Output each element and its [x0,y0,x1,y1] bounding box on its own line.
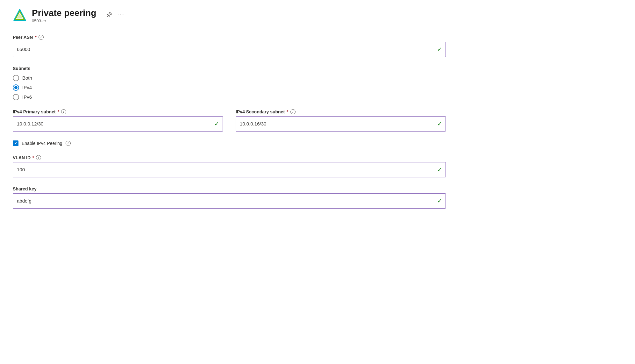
vlan-id-field-group: VLAN ID * i ✓ [13,155,446,177]
peer-asn-required: * [35,35,36,40]
ipv4-primary-info-icon[interactable]: i [61,109,66,114]
subnets-section: Subnets Both IPv4 IPv6 [13,66,446,100]
ipv4-primary-required: * [58,109,59,114]
page-header: Private peering 0503-er ··· [13,8,622,23]
subnet-both-label: Both [22,75,32,81]
shared-key-field-group: Shared key ✓ [13,186,446,209]
vlan-id-label: VLAN ID * i [13,155,446,160]
subnet-option-both[interactable]: Both [13,75,446,81]
title-block: Private peering 0503-er [32,8,96,23]
ipv4-secondary-field-group: IPv4 Secondary subnet * i ✓ [236,109,446,132]
ipv4-secondary-input-wrapper: ✓ [236,116,446,132]
ipv4-primary-input-wrapper: ✓ [13,116,223,132]
ipv4-primary-subnet-input[interactable] [13,116,223,132]
form-section: Peer ASN * i ✓ Subnets Both IPv4 IPv6 [13,35,446,209]
peer-asn-info-icon[interactable]: i [39,35,44,40]
page-title: Private peering [32,8,96,18]
header-actions: ··· [105,10,126,19]
subnet-inputs-row: IPv4 Primary subnet * i ✓ IPv4 Secondary… [13,109,446,132]
peer-asn-input[interactable] [13,42,446,57]
vlan-id-input-wrapper: ✓ [13,162,446,177]
subnet-ipv6-label: IPv6 [22,94,32,100]
subnet-option-ipv4[interactable]: IPv4 [13,84,446,91]
shared-key-label: Shared key [13,186,446,191]
enable-ipv4-peering-row: Enable IPv4 Peering i [13,140,446,146]
pin-button[interactable] [105,11,113,19]
ipv4-primary-label: IPv4 Primary subnet * i [13,109,223,114]
ipv4-secondary-subnet-input[interactable] [236,116,446,132]
ipv4-secondary-required: * [287,109,288,114]
peer-asn-label: Peer ASN * i [13,35,446,40]
vlan-id-info-icon[interactable]: i [36,155,41,160]
subnet-ipv4-label: IPv4 [22,85,32,90]
enable-ipv4-peering-label: Enable IPv4 Peering [22,141,62,146]
shared-key-input-wrapper: ✓ [13,193,446,209]
subnet-radio-ipv6[interactable] [13,94,19,100]
peer-asn-input-wrapper: ✓ [13,42,446,57]
subnet-option-ipv6[interactable]: IPv6 [13,94,446,100]
enable-ipv4-peering-info-icon[interactable]: i [66,141,71,146]
ipv4-primary-field-group: IPv4 Primary subnet * i ✓ [13,109,223,132]
subnet-radio-ipv4[interactable] [13,84,19,91]
app-logo [13,8,27,22]
more-options-button[interactable]: ··· [116,10,126,19]
peer-asn-field-group: Peer ASN * i ✓ [13,35,446,57]
subnets-label: Subnets [13,66,446,71]
subnet-radio-both[interactable] [13,75,19,81]
page-subtitle: 0503-er [32,18,96,23]
shared-key-input[interactable] [13,193,446,209]
subnets-radio-group: Both IPv4 IPv6 [13,75,446,100]
ipv4-secondary-label: IPv4 Secondary subnet * i [236,109,446,114]
vlan-id-input[interactable] [13,162,446,177]
enable-ipv4-peering-checkbox[interactable] [13,140,18,146]
vlan-id-required: * [32,155,34,160]
ellipsis-icon: ··· [117,11,125,18]
ipv4-secondary-info-icon[interactable]: i [290,109,296,114]
